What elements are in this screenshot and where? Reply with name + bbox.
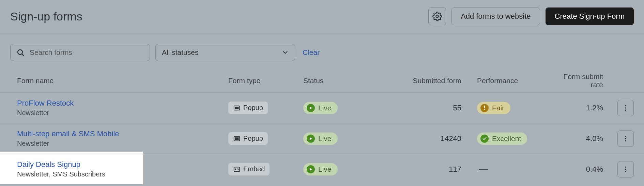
actions-cell [607, 161, 634, 177]
svg-point-17 [625, 166, 626, 168]
svg-point-18 [625, 169, 626, 170]
embed-icon [233, 166, 241, 173]
form-type-label: Popup [243, 135, 263, 142]
status-cell: Live [303, 102, 392, 114]
add-forms-button[interactable]: Add forms to website [451, 7, 540, 25]
name-cell: ProFlow RestockNewsletter [10, 99, 228, 117]
status-label: Live [318, 135, 332, 143]
status-label: Live [318, 104, 332, 112]
svg-point-7 [625, 107, 626, 109]
table-row: ProFlow RestockNewsletterPopupLive55!Fai… [0, 92, 644, 123]
form-subtitle: Newsletter [17, 140, 228, 148]
performance-pill: !Fair [477, 102, 510, 114]
svg-rect-4 [235, 107, 238, 109]
status-pill: Live [303, 163, 338, 175]
warning-icon: ! [480, 104, 489, 112]
table-wrap: Form name Form type Status Submitted for… [0, 69, 644, 184]
filter-bar: All statuses Clear [0, 34, 644, 69]
col-performance: Performance [463, 77, 559, 85]
form-name-link[interactable]: ProFlow Restock [17, 99, 228, 108]
table-body: ProFlow RestockNewsletterPopupLive55!Fai… [0, 92, 644, 184]
search-input[interactable] [10, 44, 150, 61]
type-cell: Embed [228, 163, 303, 175]
performance-cell: Excellent [463, 133, 559, 145]
kebab-icon [622, 135, 629, 142]
table-row: Multi-step email & SMS MobileNewsletterP… [0, 123, 644, 154]
svg-marker-11 [310, 137, 312, 140]
svg-line-2 [22, 54, 24, 56]
name-cell: Daily Deals SignupNewsletter, SMS Subscr… [10, 160, 228, 178]
submitted-count: 117 [392, 165, 463, 174]
performance-cell: !Fair [463, 102, 559, 114]
svg-point-13 [625, 138, 626, 139]
page-header: Sign-up forms Add forms to website Creat… [0, 0, 644, 34]
play-icon [307, 135, 315, 143]
row-actions-button[interactable] [617, 100, 634, 116]
status-cell: Live [303, 163, 392, 175]
status-pill: Live [303, 102, 338, 114]
gear-icon [432, 12, 442, 21]
svg-marker-5 [310, 107, 312, 109]
svg-point-8 [625, 109, 626, 111]
forms-table: Form name Form type Status Submitted for… [0, 69, 644, 184]
form-type-label: Embed [243, 165, 265, 173]
performance-none: — [477, 164, 488, 174]
submit-rate: 0.4% [559, 165, 607, 174]
col-status: Status [303, 77, 392, 85]
actions-cell [607, 100, 634, 116]
form-subtitle: Newsletter [17, 109, 228, 117]
check-icon [480, 135, 489, 143]
svg-point-0 [436, 15, 438, 17]
row-actions-button[interactable] [617, 161, 634, 177]
submitted-count: 55 [392, 104, 463, 112]
table-header: Form name Form type Status Submitted for… [0, 69, 644, 92]
performance-pill: Excellent [477, 133, 527, 145]
page-title: Sign-up forms [10, 10, 82, 23]
play-icon [307, 165, 315, 173]
type-cell: Popup [228, 132, 303, 145]
status-pill: Live [303, 133, 338, 145]
form-subtitle: Newsletter, SMS Subscribers [17, 170, 228, 178]
popup-icon [233, 135, 241, 142]
svg-rect-10 [235, 138, 238, 140]
form-type-pill: Popup [228, 102, 268, 114]
submit-rate: 4.0% [559, 134, 607, 143]
kebab-icon [622, 166, 629, 173]
status-filter[interactable]: All statuses [155, 44, 295, 61]
svg-point-19 [625, 171, 626, 172]
play-icon [307, 104, 315, 112]
form-type-pill: Embed [228, 163, 270, 175]
row-actions-button[interactable] [617, 130, 634, 147]
status-cell: Live [303, 133, 392, 145]
svg-point-14 [625, 140, 626, 141]
svg-point-12 [625, 136, 626, 137]
submitted-count: 14240 [392, 134, 463, 143]
clear-filters-link[interactable]: Clear [301, 48, 320, 57]
col-rate: Form submit rate [559, 73, 607, 89]
search-wrap [10, 44, 150, 61]
performance-cell: — [463, 164, 559, 174]
svg-point-6 [625, 105, 626, 106]
submit-rate: 1.2% [559, 104, 607, 112]
performance-label: Excellent [492, 135, 521, 143]
svg-marker-16 [310, 168, 312, 171]
popup-icon [233, 104, 241, 112]
form-type-pill: Popup [228, 132, 268, 145]
kebab-icon [622, 104, 629, 112]
performance-label: Fair [492, 104, 504, 112]
search-icon [16, 48, 25, 57]
settings-button[interactable] [428, 7, 446, 25]
status-label: Live [318, 165, 332, 173]
actions-cell [607, 130, 634, 147]
col-name: Form name [10, 77, 228, 85]
create-form-button[interactable]: Create Sign-up Form [546, 7, 634, 25]
form-name-link[interactable]: Multi-step email & SMS Mobile [17, 129, 228, 138]
name-cell: Multi-step email & SMS MobileNewsletter [10, 129, 228, 148]
form-type-label: Popup [243, 104, 263, 112]
col-submitted: Submitted form [392, 77, 463, 85]
svg-rect-15 [234, 167, 240, 171]
col-type: Form type [228, 77, 303, 85]
type-cell: Popup [228, 102, 303, 114]
form-name-link[interactable]: Daily Deals Signup [17, 160, 228, 169]
table-row: Daily Deals SignupNewsletter, SMS Subscr… [0, 154, 644, 184]
